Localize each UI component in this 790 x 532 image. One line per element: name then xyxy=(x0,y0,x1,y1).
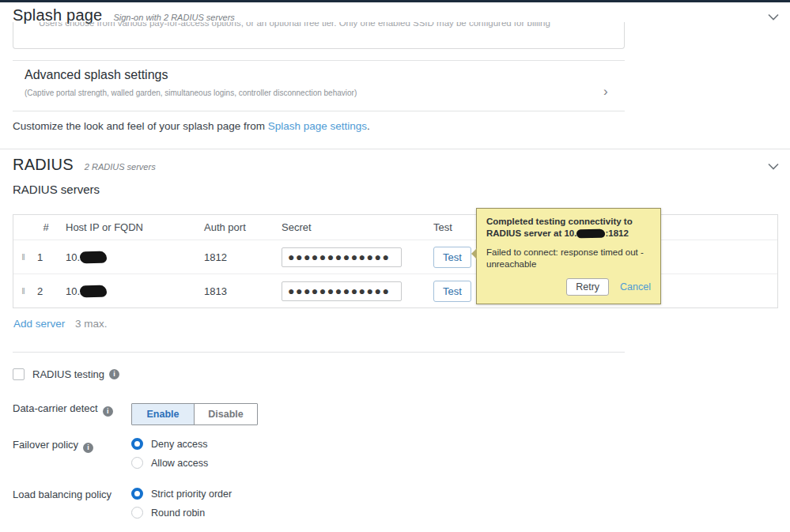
splash-page-settings-link[interactable]: Splash page settings xyxy=(268,120,367,132)
info-icon[interactable]: i xyxy=(83,443,93,453)
radio-label: Allow access xyxy=(151,458,208,469)
advanced-splash-settings-title: Advanced splash settings xyxy=(25,68,168,82)
auth-port-value: 1813 xyxy=(196,285,274,297)
host-ip-value: 10. xyxy=(58,251,196,263)
radio-selected[interactable] xyxy=(131,438,143,450)
info-icon[interactable]: i xyxy=(103,406,113,417)
tooltip-actions: Retry Cancel xyxy=(486,278,651,296)
radius-servers-heading: RADIUS servers xyxy=(13,183,100,196)
failover-option-allow: Allow access xyxy=(131,457,208,469)
row-number: 2 xyxy=(34,285,58,297)
radius-testing-checkbox[interactable] xyxy=(13,368,25,380)
tooltip-title: Completed testing connectivity to RADIUS… xyxy=(486,216,651,240)
section-divider xyxy=(0,149,790,149)
failover-option-deny: Deny access xyxy=(131,438,208,450)
data-carrier-toggle: Enable Disable xyxy=(131,403,258,425)
radio-selected[interactable] xyxy=(131,488,143,500)
tooltip-title-port: :1812 xyxy=(605,228,628,238)
load-balancing-label: Load balancing policy xyxy=(13,489,112,500)
redacted-ip-blob xyxy=(80,251,107,263)
test-result-tooltip: Completed testing connectivity to RADIUS… xyxy=(476,208,661,304)
failover-policy-label: Failover policy xyxy=(13,439,78,451)
splash-option-box: Users choose from various pay-for-access… xyxy=(13,22,625,49)
radius-section-subtitle: 2 RADIUS servers xyxy=(85,162,156,172)
data-carrier-label-row: Data-carrier detecti xyxy=(13,402,113,417)
radio-unselected[interactable] xyxy=(131,457,143,469)
test-button[interactable]: Test xyxy=(433,247,471,268)
customize-text: Customize the look and feel of your spla… xyxy=(13,120,268,132)
radius-settings-page: Splash page Sign-on with 2 RADIUS server… xyxy=(0,0,790,532)
radius-testing-label: RADIUS testing xyxy=(32,368,104,380)
splash-section-subtitle: Sign-on with 2 RADIUS servers xyxy=(113,13,234,22)
drag-handle-icon[interactable]: ‖ xyxy=(13,286,34,296)
radio-label: Deny access xyxy=(151,439,208,450)
advanced-splash-settings-subtitle: (Captive portal strength, walled garden,… xyxy=(25,89,357,97)
failover-label-row: Failover policyi xyxy=(13,439,93,453)
chevron-right-icon[interactable]: › xyxy=(603,84,608,100)
col-header-number: # xyxy=(34,221,58,233)
divider xyxy=(13,352,625,353)
tooltip-arrow xyxy=(471,248,477,259)
table-row: ‖ 1 10. 1812 ●●●●●●●●●●●●● Test xyxy=(13,240,777,274)
table-header-row: # Host IP or FQDN Auth port Secret Test xyxy=(13,215,777,240)
radio-unselected[interactable] xyxy=(131,507,143,519)
chevron-down-icon[interactable] xyxy=(768,159,779,173)
host-ip-prefix: 10. xyxy=(66,251,80,263)
drag-handle-icon[interactable]: ‖ xyxy=(13,252,34,262)
radius-testing-row: RADIUS testing i xyxy=(13,368,119,380)
disable-button[interactable]: Disable xyxy=(195,404,257,424)
secret-input[interactable]: ●●●●●●●●●●●●● xyxy=(282,247,402,267)
col-header-secret: Secret xyxy=(274,221,425,233)
data-carrier-label: Data-carrier detect xyxy=(13,402,98,414)
radio-label: Round robin xyxy=(151,507,205,519)
divider xyxy=(13,111,625,111)
radius-servers-table: # Host IP or FQDN Auth port Secret Test … xyxy=(13,214,778,308)
top-accent-bar xyxy=(0,0,790,2)
info-icon[interactable]: i xyxy=(109,369,119,379)
table-row: ‖ 2 10. 1813 ●●●●●●●●●●●●● Test xyxy=(13,274,777,308)
secret-cell: ●●●●●●●●●●●●● xyxy=(274,247,425,267)
divider xyxy=(13,60,625,61)
max-servers-label: 3 max. xyxy=(75,318,108,330)
col-header-auth-port: Auth port xyxy=(196,221,274,233)
radius-section-header: RADIUS 2 RADIUS servers xyxy=(13,156,779,174)
load-balancing-option-round-robin: Round robin xyxy=(131,507,205,519)
cancel-link[interactable]: Cancel xyxy=(620,281,651,292)
secret-cell: ●●●●●●●●●●●●● xyxy=(274,281,425,301)
tooltip-error-message: Failed to connect: response timed out - … xyxy=(486,247,651,270)
redacted-ip-blob xyxy=(576,229,605,239)
auth-port-value: 1812 xyxy=(196,251,274,263)
chevron-down-icon[interactable] xyxy=(768,9,779,24)
col-header-host: Host IP or FQDN xyxy=(58,221,196,233)
secret-input[interactable]: ●●●●●●●●●●●●● xyxy=(282,281,402,301)
retry-button[interactable]: Retry xyxy=(566,278,609,296)
redacted-ip-blob xyxy=(80,285,107,297)
enable-button[interactable]: Enable xyxy=(132,404,195,424)
add-server-row: Add server 3 max. xyxy=(13,318,108,330)
load-balancing-option-strict: Strict priority order xyxy=(131,488,232,500)
host-ip-prefix: 10. xyxy=(66,285,80,297)
radio-label: Strict priority order xyxy=(151,489,232,500)
customize-splash-line: Customize the look and feel of your spla… xyxy=(13,120,370,132)
row-number: 1 xyxy=(34,251,58,263)
radius-section-title: RADIUS xyxy=(13,156,74,174)
add-server-link[interactable]: Add server xyxy=(13,318,65,330)
host-ip-value: 10. xyxy=(58,285,196,297)
customize-period: . xyxy=(367,120,370,132)
splash-option-clipped-text: Users choose from various pay-for-access… xyxy=(39,22,624,29)
test-button[interactable]: Test xyxy=(433,281,471,302)
